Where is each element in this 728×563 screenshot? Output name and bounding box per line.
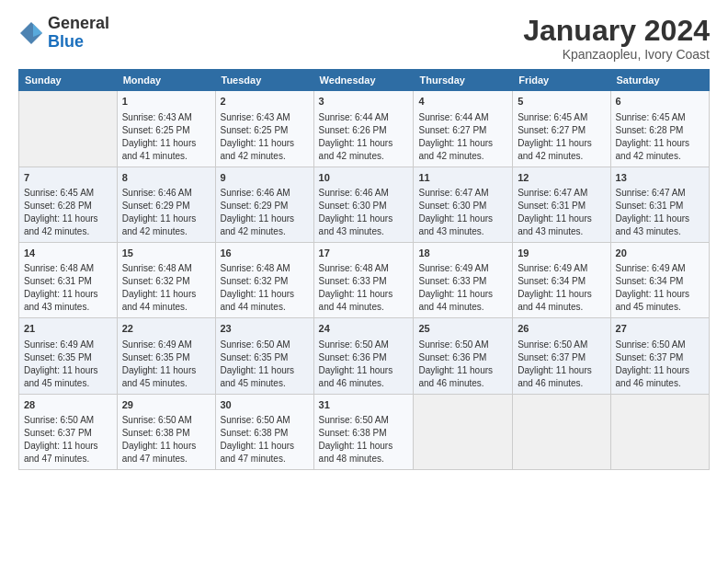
day-number: 13 bbox=[616, 171, 704, 185]
day-info-line: and 44 minutes. bbox=[122, 301, 210, 314]
day-info-line: Daylight: 11 hours bbox=[24, 213, 112, 225]
day-info-line: Sunset: 6:35 PM bbox=[221, 351, 309, 364]
header: General Blue January 2024 Kpanzaopleu, I… bbox=[18, 15, 710, 62]
day-cell: 2Sunrise: 6:43 AMSunset: 6:25 PMDaylight… bbox=[215, 91, 313, 167]
day-info-line: Sunset: 6:35 PM bbox=[122, 351, 210, 364]
day-info-line: Daylight: 11 hours bbox=[319, 440, 409, 453]
day-cell: 30Sunrise: 6:50 AMSunset: 6:38 PMDayligh… bbox=[215, 394, 313, 469]
day-number: 26 bbox=[518, 322, 605, 336]
day-info-line: and 43 minutes. bbox=[418, 225, 507, 238]
day-info-line: Sunrise: 6:50 AM bbox=[616, 339, 704, 351]
col-header-sunday: Sunday bbox=[19, 70, 118, 91]
day-info-line: Daylight: 11 hours bbox=[122, 288, 210, 301]
day-cell: 6Sunrise: 6:45 AMSunset: 6:28 PMDaylight… bbox=[610, 91, 709, 167]
day-info-line: Sunrise: 6:45 AM bbox=[518, 111, 605, 124]
day-cell: 14Sunrise: 6:48 AMSunset: 6:31 PMDayligh… bbox=[19, 242, 118, 317]
day-info-line: Daylight: 11 hours bbox=[518, 137, 605, 150]
col-header-monday: Monday bbox=[117, 70, 215, 91]
day-cell: 29Sunrise: 6:50 AMSunset: 6:38 PMDayligh… bbox=[117, 394, 215, 469]
day-info-line: Sunset: 6:31 PM bbox=[518, 200, 605, 213]
day-number: 14 bbox=[24, 247, 112, 260]
day-info-line: Sunrise: 6:49 AM bbox=[122, 339, 210, 351]
day-number: 31 bbox=[319, 398, 409, 412]
day-info-line: Daylight: 11 hours bbox=[616, 288, 704, 301]
day-info-line: Daylight: 11 hours bbox=[24, 440, 112, 453]
day-info-line: Sunrise: 6:50 AM bbox=[221, 414, 309, 427]
day-cell: 17Sunrise: 6:48 AMSunset: 6:33 PMDayligh… bbox=[313, 242, 414, 317]
day-info-line: Sunset: 6:35 PM bbox=[24, 351, 112, 364]
day-cell: 15Sunrise: 6:48 AMSunset: 6:32 PMDayligh… bbox=[117, 242, 215, 317]
day-info-line: and 43 minutes. bbox=[24, 301, 112, 314]
day-info-line: Daylight: 11 hours bbox=[24, 288, 112, 301]
day-info-line: Daylight: 11 hours bbox=[418, 213, 507, 225]
day-info-line: Sunset: 6:26 PM bbox=[319, 124, 409, 137]
day-info-line: Sunset: 6:32 PM bbox=[221, 275, 309, 288]
day-info-line: Sunrise: 6:48 AM bbox=[319, 262, 409, 275]
day-info-line: and 43 minutes. bbox=[518, 225, 605, 238]
day-info-line: and 45 minutes. bbox=[122, 377, 210, 390]
col-header-saturday: Saturday bbox=[610, 70, 709, 91]
day-cell: 24Sunrise: 6:50 AMSunset: 6:36 PMDayligh… bbox=[313, 318, 414, 394]
day-info-line: Sunrise: 6:50 AM bbox=[418, 339, 507, 351]
day-info-line: Sunrise: 6:49 AM bbox=[518, 262, 605, 275]
day-number: 22 bbox=[122, 322, 210, 336]
day-cell: 20Sunrise: 6:49 AMSunset: 6:34 PMDayligh… bbox=[610, 242, 709, 317]
day-number: 8 bbox=[122, 171, 210, 185]
day-info-line: and 44 minutes. bbox=[319, 301, 409, 314]
day-info-line: Sunset: 6:38 PM bbox=[122, 427, 210, 440]
day-cell: 7Sunrise: 6:45 AMSunset: 6:28 PMDaylight… bbox=[19, 167, 118, 242]
day-info-line: Sunrise: 6:50 AM bbox=[319, 414, 409, 427]
week-row-5: 28Sunrise: 6:50 AMSunset: 6:37 PMDayligh… bbox=[19, 394, 710, 469]
day-info-line: Sunrise: 6:43 AM bbox=[221, 111, 309, 124]
svg-marker-1 bbox=[33, 24, 42, 37]
day-info-line: Sunset: 6:33 PM bbox=[319, 275, 409, 288]
day-number: 24 bbox=[319, 322, 409, 336]
day-info-line: Daylight: 11 hours bbox=[418, 137, 507, 150]
day-number: 20 bbox=[616, 247, 704, 260]
col-header-tuesday: Tuesday bbox=[215, 70, 313, 91]
day-info-line: Daylight: 11 hours bbox=[616, 364, 704, 377]
day-info-line: Daylight: 11 hours bbox=[221, 364, 309, 377]
day-info-line: Sunrise: 6:46 AM bbox=[319, 187, 409, 200]
day-number: 1 bbox=[122, 95, 210, 109]
day-number: 10 bbox=[319, 171, 409, 185]
day-cell: 22Sunrise: 6:49 AMSunset: 6:35 PMDayligh… bbox=[117, 318, 215, 394]
day-info-line: Daylight: 11 hours bbox=[221, 137, 309, 150]
day-info-line: and 44 minutes. bbox=[518, 301, 605, 314]
day-cell bbox=[414, 394, 513, 469]
day-number: 16 bbox=[221, 247, 309, 260]
logo-icon bbox=[18, 20, 44, 46]
day-info-line: Sunset: 6:30 PM bbox=[319, 200, 409, 213]
day-info-line: Daylight: 11 hours bbox=[616, 137, 704, 150]
calendar-title: January 2024 bbox=[523, 15, 710, 47]
day-info-line: and 42 minutes. bbox=[24, 225, 112, 238]
day-cell: 12Sunrise: 6:47 AMSunset: 6:31 PMDayligh… bbox=[513, 167, 610, 242]
day-number: 5 bbox=[518, 95, 605, 109]
day-info-line: and 42 minutes. bbox=[616, 150, 704, 163]
day-info-line: Sunrise: 6:50 AM bbox=[24, 414, 112, 427]
day-info-line: and 42 minutes. bbox=[221, 225, 309, 238]
day-number: 27 bbox=[616, 322, 704, 336]
day-cell bbox=[610, 394, 709, 469]
day-info-line: and 47 minutes. bbox=[122, 453, 210, 465]
day-number: 28 bbox=[24, 398, 112, 412]
day-number: 11 bbox=[418, 171, 507, 185]
day-number: 25 bbox=[418, 322, 507, 336]
day-info-line: Daylight: 11 hours bbox=[122, 440, 210, 453]
day-info-line: Daylight: 11 hours bbox=[518, 288, 605, 301]
day-info-line: Sunrise: 6:50 AM bbox=[319, 339, 409, 351]
day-info-line: Sunset: 6:36 PM bbox=[418, 351, 507, 364]
day-cell: 19Sunrise: 6:49 AMSunset: 6:34 PMDayligh… bbox=[513, 242, 610, 317]
day-info-line: Daylight: 11 hours bbox=[221, 440, 309, 453]
week-row-3: 14Sunrise: 6:48 AMSunset: 6:31 PMDayligh… bbox=[19, 242, 710, 317]
day-cell bbox=[19, 91, 118, 167]
day-cell bbox=[513, 394, 610, 469]
day-info-line: Daylight: 11 hours bbox=[221, 288, 309, 301]
day-info-line: Sunset: 6:34 PM bbox=[616, 275, 704, 288]
week-row-2: 7Sunrise: 6:45 AMSunset: 6:28 PMDaylight… bbox=[19, 167, 710, 242]
day-info-line: Sunrise: 6:48 AM bbox=[122, 262, 210, 275]
day-info-line: Daylight: 11 hours bbox=[418, 288, 507, 301]
col-header-friday: Friday bbox=[513, 70, 610, 91]
day-info-line: Sunset: 6:28 PM bbox=[24, 200, 112, 213]
day-info-line: and 46 minutes. bbox=[616, 377, 704, 390]
